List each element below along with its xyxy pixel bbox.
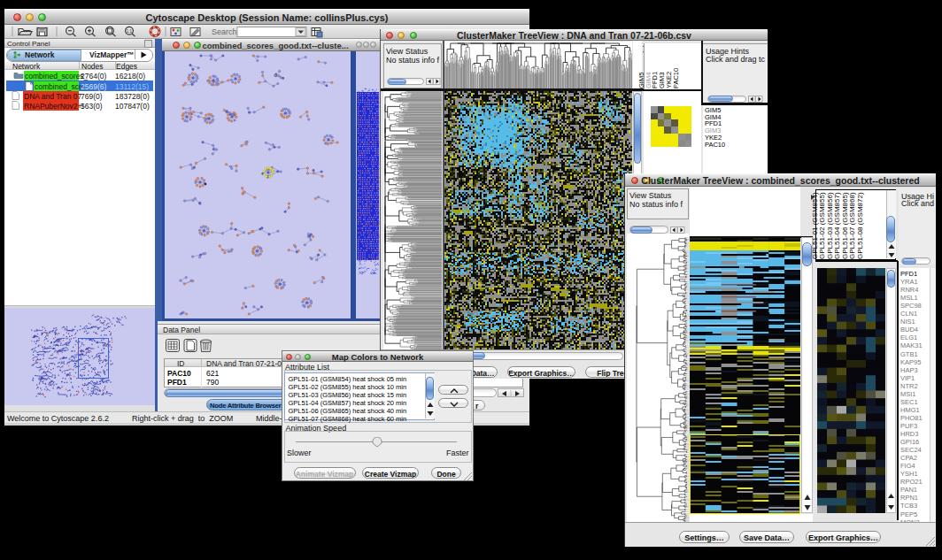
svg-text:Search:: Search: (212, 27, 239, 36)
svg-text:1:1: 1:1 (127, 29, 133, 34)
